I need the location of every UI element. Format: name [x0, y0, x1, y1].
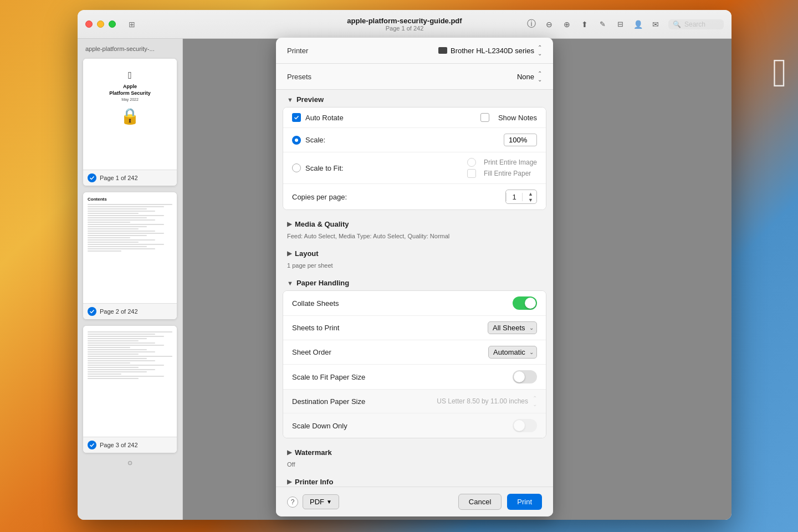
- scale-to-fit-label: Scale to Fit:: [305, 164, 344, 172]
- presets-value: None: [517, 73, 534, 81]
- scale-down-toggle: [513, 419, 537, 432]
- auto-rotate-row: Auto Rotate Show Notes: [283, 108, 546, 128]
- envelope-icon[interactable]: ✉: [651, 19, 661, 29]
- zoom-out-icon[interactable]: ⊖: [544, 19, 554, 29]
- page-3-thumb: [83, 326, 177, 437]
- scroll-indicator: ⊙: [83, 459, 177, 467]
- layout-header[interactable]: ▶ Layout: [276, 244, 553, 261]
- sheets-to-print-row: Sheets to Print All Sheets: [283, 316, 546, 340]
- maximize-button[interactable]: [109, 21, 116, 28]
- print-entire-radio[interactable]: [467, 158, 476, 167]
- show-notes-wrapper: Show Notes: [480, 113, 537, 122]
- footer-right: Cancel Print: [458, 494, 542, 510]
- scale-to-fit-radio[interactable]: [292, 163, 301, 172]
- copies-arrows[interactable]: ▲ ▼: [525, 191, 536, 203]
- pdf-button[interactable]: PDF ▼: [303, 494, 339, 509]
- print-button[interactable]: Print: [507, 494, 542, 510]
- help-button[interactable]: ?: [287, 497, 298, 508]
- scale-row: Scale:: [283, 128, 546, 152]
- watermark-info: Off: [276, 460, 553, 472]
- print-dialog: Printer Brother HL-L2340D series ⌃⌄ Pres…: [276, 38, 553, 516]
- sheet-order-select-wrapper[interactable]: Automatic: [488, 346, 537, 359]
- scale-fit-paper-label: Scale to Fit Paper Size: [292, 373, 365, 381]
- show-notes-checkbox[interactable]: [480, 113, 489, 122]
- page-3-badge: [88, 441, 96, 449]
- sidebar-page-3[interactable]: Page 3 of 242: [83, 326, 177, 453]
- printer-info-header[interactable]: ▶ Printer Info: [276, 472, 553, 487]
- collate-row: Collate Sheets: [283, 291, 546, 316]
- scale-fit-paper-toggle[interactable]: [513, 370, 537, 383]
- sheet-order-select[interactable]: Automatic: [488, 346, 537, 359]
- cancel-button[interactable]: Cancel: [458, 494, 502, 510]
- sheets-to-print-label: Sheets to Print: [292, 324, 339, 332]
- page-1-label: Page 1 of 242: [83, 170, 177, 186]
- preview-section-header[interactable]: ▼ Preview: [276, 90, 553, 107]
- page-1-badge: [88, 173, 96, 182]
- scale-label: Scale:: [305, 136, 325, 144]
- scale-input[interactable]: [504, 134, 537, 146]
- share-icon[interactable]: ⬆: [580, 19, 590, 29]
- presets-value-wrapper[interactable]: None ⌃⌄: [517, 70, 542, 83]
- printer-info-label: Printer Info: [295, 478, 333, 486]
- title-bar-icons: ⓘ ⊖ ⊕ ⬆ ✎ ⊟ 👤 ✉ 🔍 Search: [526, 19, 724, 29]
- sheets-to-print-select[interactable]: All Sheets: [488, 321, 537, 334]
- fill-entire-label: Fill Entire Paper: [484, 170, 531, 177]
- auto-rotate-checkbox[interactable]: [292, 113, 301, 122]
- printer-chevron: ⌃⌄: [538, 44, 542, 57]
- sheets-to-print-select-wrapper[interactable]: All Sheets: [488, 321, 537, 334]
- thumb-date: May 2022: [121, 98, 139, 101]
- media-quality-label: Media & Quality: [295, 220, 349, 228]
- destination-chevron: ⌃⌄: [533, 395, 537, 407]
- copies-value: 1: [506, 193, 523, 201]
- collate-label: Collate Sheets: [292, 299, 339, 308]
- annotate-icon[interactable]: ✎: [597, 19, 607, 29]
- media-quality-info: Feed: Auto Select, Media Type: Auto Sele…: [276, 232, 553, 244]
- destination-paper-value: US Letter 8.50 by 11.00 inches: [437, 397, 528, 405]
- sidebar-page-2[interactable]: Contents: [83, 192, 177, 319]
- zoom-in-icon[interactable]: ⊕: [562, 19, 572, 29]
- sidebar-toggle-icon[interactable]: ⊞: [127, 19, 137, 29]
- media-quality-header[interactable]: ▶ Media & Quality: [276, 214, 553, 232]
- presets-chevron: ⌃⌄: [538, 70, 542, 83]
- info-icon[interactable]: ⓘ: [526, 19, 536, 29]
- thumbnail-icon[interactable]: ⊟: [615, 19, 625, 29]
- page-1-label-text: Page 1 of 242: [100, 175, 138, 181]
- minimize-button[interactable]: [97, 21, 104, 28]
- close-button[interactable]: [85, 21, 93, 28]
- preview-collapse-icon: ▼: [287, 96, 293, 103]
- show-notes-label: Show Notes: [498, 114, 537, 122]
- sidebar-page-1[interactable]:  ApplePlatform Security May 2022 🔒 Page…: [83, 59, 177, 186]
- scale-to-fit-options: Print Entire Image Fill Entire Paper: [467, 158, 537, 178]
- copies-row: Copies per page: 1 ▲ ▼: [283, 184, 546, 209]
- apple-logo-background: : [773, 50, 787, 95]
- dialog-body: Printer Brother HL-L2340D series ⌃⌄ Pres…: [276, 38, 553, 487]
- media-quality-expand-icon: ▶: [287, 221, 291, 228]
- print-entire-label: Print Entire Image: [484, 158, 537, 166]
- printer-value-wrapper[interactable]: Brother HL-L2340D series ⌃⌄: [438, 44, 542, 57]
- destination-paper-select-wrapper: US Letter 8.50 by 11.00 inches ⌃⌄: [437, 395, 537, 407]
- layout-info: 1 page per sheet: [276, 261, 553, 273]
- scale-input-wrapper: [504, 134, 537, 146]
- copies-stepper[interactable]: 1 ▲ ▼: [505, 190, 537, 204]
- markup-icon[interactable]: 👤: [633, 19, 643, 29]
- thumb-lock: 🔒: [120, 107, 140, 125]
- layout-label: Layout: [295, 249, 319, 258]
- search-icon[interactable]: 🔍 Search: [668, 19, 724, 29]
- watermark-header[interactable]: ▶ Watermark: [276, 443, 553, 460]
- destination-paper-label: Destination Paper Size: [292, 397, 365, 406]
- window-title: apple-platform-security-guide.pdf: [347, 17, 462, 25]
- page-3-label: Page 3 of 242: [83, 437, 177, 453]
- page-3-label-text: Page 3 of 242: [100, 442, 138, 448]
- scale-radio[interactable]: [292, 136, 301, 145]
- presets-label: Presets: [287, 73, 331, 81]
- sidebar-filename: apple-platform-security-...: [83, 45, 177, 52]
- paper-handling-header[interactable]: ▼ Paper Handling: [276, 273, 553, 290]
- collate-toggle[interactable]: [513, 296, 537, 310]
- fill-entire-checkbox[interactable]: [467, 169, 476, 178]
- layout-expand-icon: ▶: [287, 250, 291, 257]
- thumb-title: ApplePlatform Security: [109, 84, 151, 96]
- sidebar: apple-platform-security-...  ApplePlatf…: [78, 39, 183, 520]
- sheet-order-label: Sheet Order: [292, 348, 331, 356]
- paper-handling-content: Collate Sheets Sheets to Print All Sheet…: [283, 290, 546, 438]
- title-bar: ⊞ apple-platform-security-guide.pdf Page…: [78, 10, 732, 39]
